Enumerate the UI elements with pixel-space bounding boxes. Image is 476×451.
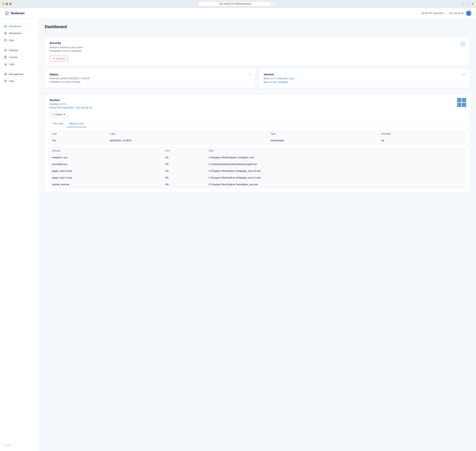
proc-col-path: Path	[206, 148, 465, 154]
logo-area: Deskman	[5, 11, 25, 16]
suspend-button[interactable]: ⏸ Suspend	[49, 56, 68, 62]
header-ip: 192.168.86.55	[449, 12, 464, 15]
security-subtitle2: Restrictions can be suspended	[49, 50, 465, 52]
proc-path: C:\Program Files\Sublime Text\sublime_te…	[206, 181, 465, 188]
suspend-label: Suspend	[56, 57, 65, 60]
proc-name: plugin_host-3.3.exe	[50, 175, 163, 181]
version-card: </> Version Build 11.0.0, Evaluation Cop…	[259, 69, 470, 88]
table-row: procexp64.exe 0% C:\Tools\tools\Sysinter…	[50, 161, 465, 168]
version-build-text: Build 11.0.0,	[264, 77, 277, 80]
table-row: plugin_host-3.3.exe 0% C:\Program Files\…	[50, 175, 465, 181]
avatar[interactable]: 👤	[466, 11, 471, 16]
svg-point-7	[5, 74, 6, 75]
header-separator: |	[446, 12, 446, 15]
sidebar-nav: Dashboard Restrictions	[0, 23, 38, 442]
tab-memory-label: Memory Load	[69, 122, 83, 125]
sidebar-item-dashboard[interactable]: Dashboard	[0, 23, 38, 30]
maximize-button[interactable]	[6, 3, 8, 5]
table-row: Tim 09/02/2023, 10:59:07 Administrator N…	[50, 137, 465, 144]
browser-right-controls: — ⬜ ✕	[462, 2, 474, 5]
machine-link[interactable]: DESKTOP-HQ2UB32	[49, 106, 74, 109]
eval-copy-link[interactable]: Evaluation Copy	[277, 77, 294, 80]
minimize-button[interactable]	[2, 3, 5, 5]
suspend-pause-icon: ⏸	[52, 57, 55, 60]
close-button[interactable]	[9, 3, 12, 5]
security-icon	[460, 41, 466, 48]
window-controls	[2, 3, 12, 5]
sidebar-dashboard-label: Dashboard	[9, 25, 21, 28]
sidebar: Dashboard Restrictions	[0, 19, 38, 451]
management-icon	[4, 73, 7, 75]
status-line2: Installation accessed remotely	[49, 81, 251, 83]
ip-link[interactable]: 192.168.86.55	[76, 106, 92, 109]
version-title: Version	[264, 73, 465, 76]
sidebar-management-label: Management	[9, 73, 24, 75]
divider-top	[45, 33, 470, 33]
status-card: ✓ Status Deskman started 09/02/2023, 10:…	[45, 69, 256, 88]
sidebar-item-help[interactable]: Help	[0, 77, 38, 84]
new-version-link[interactable]: New version available	[264, 81, 288, 83]
sidebar-item-management[interactable]: Management	[0, 71, 38, 77]
proc-path: C:\Program Files\Notepad++\notepad++.exe	[206, 154, 465, 161]
sidebar-sync-label: Sync	[9, 39, 14, 42]
logs-icon	[4, 63, 7, 66]
reload-icon[interactable]: ↻	[271, 3, 273, 5]
sidebar-logs-label: Logs	[9, 63, 14, 66]
status-check-icon: ✓	[249, 73, 252, 77]
proc-cpu: 0%	[163, 161, 206, 168]
proc-cpu: 0%	[163, 175, 206, 181]
app-header: Deskman DESKTOP-HQ2UB32 | 192.168.86.55 …	[0, 8, 476, 19]
sidebar-settings-label: Settings	[9, 49, 18, 52]
header-machine: DESKTOP-HQ2UB32	[421, 12, 444, 15]
win-tile-1	[457, 98, 461, 102]
sidebar-item-license[interactable]: License	[0, 54, 38, 61]
win-tile-3	[457, 103, 461, 107]
sidebar-item-sync[interactable]: Sync	[0, 37, 38, 44]
page-title: Dashboard	[45, 24, 470, 29]
tabs-row: CPU Load Memory Load	[49, 120, 465, 127]
status-title: Status	[49, 73, 251, 76]
tab-memory[interactable]: Memory Load	[66, 120, 87, 127]
table-row: sublime_text.exe 0% C:\Program Files\Sub…	[50, 181, 465, 188]
close-icon[interactable]: ✕	[471, 2, 474, 5]
sidebar-item-logs[interactable]: Logs	[0, 61, 38, 68]
actions-label: Actions	[55, 113, 63, 116]
sync-icon	[4, 38, 7, 42]
user-login: 09/02/2023, 10:59:07	[108, 137, 268, 144]
logo-text: Deskman	[11, 12, 25, 15]
sidebar-item-restrictions[interactable]: Restrictions	[0, 30, 38, 37]
users-table-wrapper: User Login Type Excluded Tim 09/02/2023,…	[49, 130, 465, 144]
tab-cpu-label: CPU Load	[53, 122, 63, 125]
app-body: Dashboard Restrictions	[0, 19, 476, 451]
restrictions-icon	[4, 32, 7, 35]
user-excluded: No	[379, 137, 465, 144]
address-text: 192.168.86.55:2288/restrictions	[200, 2, 270, 5]
browser-chrome: 192.168.86.55:2288/restrictions ↻ — ⬜ ✕	[0, 0, 476, 8]
user-type: Administrator	[268, 137, 379, 144]
tab-cpu[interactable]: CPU Load	[49, 120, 66, 127]
minimize-icon[interactable]: —	[462, 2, 464, 5]
col-user: User	[50, 131, 108, 137]
sidebar-restrictions-label: Restrictions	[9, 32, 22, 35]
proc-path: C:\Program Files\Sublime Text\plugin_hos…	[206, 175, 465, 181]
security-title: Security	[49, 41, 465, 44]
svg-point-3	[5, 50, 6, 51]
processes-table-wrapper: Process CPU Path notepad++.exe 0% C:\Pro…	[49, 147, 465, 188]
proc-cpu: 0%	[163, 168, 206, 175]
version-code-icon: </>	[461, 73, 466, 76]
maximize-icon[interactable]: ⬜	[466, 2, 470, 5]
windows-icon	[457, 98, 466, 107]
proc-name: plugin_host-3.8.exe	[50, 168, 163, 175]
address-bar[interactable]: 192.168.86.55:2288/restrictions ↻	[198, 1, 275, 6]
main-content: Dashboard Security Selected restrictions…	[38, 19, 476, 451]
system-title: System	[49, 98, 465, 102]
security-subtitle1: Selected restrictions are in place	[49, 46, 465, 49]
users-table: User Login Type Excluded Tim 09/02/2023,…	[50, 131, 465, 144]
sidebar-item-settings[interactable]: Settings	[0, 47, 38, 54]
col-login: Login	[108, 131, 268, 137]
actions-button[interactable]: ⬡ Actions ▾	[49, 112, 68, 117]
proc-path: C:\Program Files\Sublime Text\plugin_hos…	[206, 168, 465, 175]
sidebar-license-label: License	[9, 56, 18, 59]
help-icon	[4, 79, 7, 82]
settings-icon	[4, 49, 7, 52]
